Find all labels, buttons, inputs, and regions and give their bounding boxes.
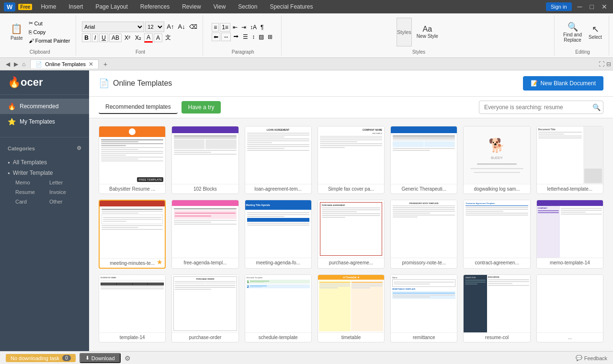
tab-recommended[interactable]: Recommended templates: [99, 101, 178, 114]
superscript-button[interactable]: X²: [123, 34, 132, 42]
sign-in-button[interactable]: Sign in: [546, 2, 572, 11]
new-blank-document-button[interactable]: 📝 New Blank Document: [523, 76, 603, 91]
clipboard-group: 📋 Paste ✂ Cut ⎘ Copy 🖌 Format Painter: [4, 15, 76, 56]
tab-references[interactable]: References: [135, 2, 175, 11]
template-contract-agreement[interactable]: Contractor Agreement Template contract-a…: [463, 200, 530, 269]
justify[interactable]: ☰: [241, 33, 250, 41]
font-size-decrease[interactable]: A↓: [177, 23, 187, 31]
select-button[interactable]: ↖ Select: [586, 22, 605, 42]
feedback-button[interactable]: 💬 Feedback: [576, 355, 607, 361]
template-promissory-note[interactable]: PROMISSORY NOTE TEMPLATE promiss: [390, 200, 457, 269]
font-size-increase[interactable]: A↑: [165, 23, 175, 31]
styles-gallery[interactable]: Styles: [397, 18, 412, 46]
template-therapeutic[interactable]: Generic Therapeuti...: [390, 126, 457, 194]
template-meeting-minutes[interactable]: meeting-minutes-te... ★: [99, 200, 166, 269]
font-family-select[interactable]: ArialTimes New Roman: [82, 22, 144, 32]
window-close[interactable]: ✕: [600, 3, 609, 11]
font-color-button[interactable]: A: [144, 33, 153, 43]
tab-review[interactable]: Review: [176, 2, 206, 11]
tab-have-try[interactable]: Have a try: [182, 101, 221, 114]
template-babysitter-resume[interactable]: FREE TEMPLATE Babysitter Resume ...: [99, 126, 166, 194]
online-templates-tab[interactable]: 📄 Online Templates ✕: [30, 59, 99, 68]
align-left[interactable]: ⬅: [212, 33, 220, 41]
copy-button[interactable]: ⎘ Copy: [27, 28, 72, 36]
template-grid-container[interactable]: FREE TEMPLATE Babysitter Resume ...: [89, 118, 613, 351]
nav-home[interactable]: ⌂: [20, 61, 27, 68]
template-resume-col[interactable]: OBJECTIVE EDUCATION: [463, 274, 530, 342]
window-maximize[interactable]: □: [588, 3, 596, 11]
sidebar-item-recommended[interactable]: 🔥 Recommended: [0, 99, 89, 114]
subcategory-memo[interactable]: Memo: [13, 178, 47, 187]
align-center[interactable]: ↔: [221, 33, 231, 41]
search-icon[interactable]: 🔍: [592, 103, 601, 111]
italic-button[interactable]: I: [92, 34, 98, 42]
find-replace-button[interactable]: 🔍 Find andReplace: [560, 20, 585, 45]
view-options-button[interactable]: ⊟: [606, 61, 611, 68]
tab-page-layout[interactable]: Page Layout: [90, 2, 133, 11]
subcategory-card[interactable]: Card: [13, 197, 47, 206]
subcategory-letter[interactable]: Letter: [47, 178, 81, 187]
subcategory-invoice[interactable]: Invoice: [47, 188, 81, 196]
line-spacing[interactable]: ↕: [250, 33, 256, 41]
template-remittance[interactable]: Name REMITTANCE TEMPLATE: [390, 274, 457, 342]
tab-close-button[interactable]: ✕: [89, 61, 93, 68]
format-painter-button[interactable]: 🖌 Format Painter: [27, 37, 72, 45]
subscript-button[interactable]: X₂: [133, 34, 143, 42]
strikethrough-button[interactable]: AB: [109, 34, 122, 42]
template-purchase-order[interactable]: PURCHASE ORDER: [171, 274, 238, 342]
outdent-button[interactable]: ⇤: [231, 23, 239, 31]
template-fax-cover[interactable]: COMPANY NAME FACSIMILE: [318, 126, 385, 194]
template-memo-14[interactable]: COMPANY: [536, 200, 603, 269]
bullets-button[interactable]: ≡: [212, 23, 219, 32]
tab-section[interactable]: Section: [232, 2, 263, 11]
indent-button[interactable]: ⇥: [240, 23, 248, 31]
category-writer-template[interactable]: ● Writer Template: [8, 168, 81, 178]
settings-icon[interactable]: ⚙: [77, 145, 81, 151]
subcategory-other[interactable]: Other: [47, 197, 81, 206]
paste-icon: 📋: [11, 23, 23, 34]
cut-icon: ✂: [29, 20, 33, 26]
numbering-button[interactable]: 1≡: [220, 23, 230, 32]
new-style-button[interactable]: Aa New Style: [414, 23, 441, 41]
download-button[interactable]: ⬇ Download: [79, 353, 121, 363]
tab-insert[interactable]: Insert: [63, 2, 89, 11]
cut-button[interactable]: ✂ Cut: [27, 19, 72, 27]
template-free-agenda[interactable]: free-agenda-templ...: [171, 200, 238, 269]
template-purchase-agreement[interactable]: PURCHASE AGREEMENT purchase-agreeme...: [318, 200, 385, 269]
settings-button[interactable]: ⚙: [125, 354, 131, 362]
template-schedule[interactable]: Schedule Template 1 2: [245, 274, 312, 342]
highlight-button[interactable]: A: [154, 34, 162, 42]
format-painter-icon: 🖌: [29, 38, 34, 44]
shading[interactable]: ▨: [257, 33, 265, 41]
nav-forward[interactable]: ▶: [12, 61, 20, 68]
tab-home[interactable]: Home: [35, 2, 62, 11]
subcategory-resume[interactable]: Resume: [13, 188, 47, 196]
show-para-button[interactable]: ¶: [259, 23, 265, 31]
tab-special-features[interactable]: Special Features: [264, 2, 318, 11]
sidebar-item-my-templates[interactable]: ⭐ My Templates: [0, 114, 89, 129]
paste-button[interactable]: 📋 Paste: [8, 21, 26, 43]
template-102-blocks[interactable]: 102 Blocks: [171, 126, 238, 194]
template-blank[interactable]: ...: [536, 274, 603, 342]
template-letterhead[interactable]: Document Title: [536, 126, 603, 194]
borders[interactable]: ⊞: [266, 33, 274, 41]
add-tab-button[interactable]: +: [100, 59, 111, 69]
template-dogwalking[interactable]: 🐕 BUDDY dogwalking log sam...: [463, 126, 530, 194]
align-right[interactable]: ⮕: [232, 33, 240, 41]
window-minimize[interactable]: ─: [576, 3, 584, 11]
font-size-select[interactable]: 121416: [145, 22, 164, 32]
nav-back[interactable]: ◀: [4, 61, 12, 68]
underline-button[interactable]: U: [99, 34, 108, 42]
bold-button[interactable]: B: [82, 34, 91, 42]
sort-button[interactable]: ↕A: [249, 23, 258, 31]
tab-view[interactable]: View: [208, 2, 232, 11]
search-input[interactable]: [479, 101, 603, 114]
template-meeting-agenda[interactable]: Meeting Title Agenda: [245, 200, 312, 269]
phonetic-button[interactable]: 文: [163, 33, 173, 42]
full-screen-button[interactable]: ⛶: [599, 61, 604, 68]
category-all-templates[interactable]: ● All Templates: [8, 157, 81, 168]
template-invoice[interactable]: BUSINESS NAME: [99, 274, 166, 342]
template-loan-agreement[interactable]: LOAN AGREEMENT: [245, 126, 312, 194]
template-timetable[interactable]: ★ Timetable ★: [318, 274, 385, 342]
clear-format[interactable]: ⌫: [188, 23, 199, 31]
